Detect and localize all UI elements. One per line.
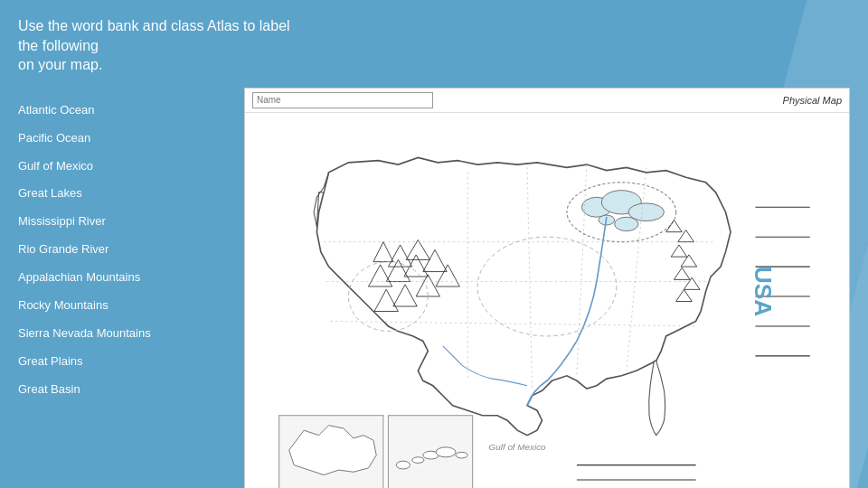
word-item-great-basin: Great Basin [18,376,235,404]
word-item-rocky-mountains: Rocky Mountains [18,292,235,320]
usa-map-svg: Gulf of Mexico [245,113,849,488]
svg-text:USA: USA [750,267,777,317]
word-item-atlantic-ocean: Atlantic Ocean [18,97,235,125]
svg-text:Gulf of Mexico: Gulf of Mexico [489,442,547,452]
map-title-label: Physical Map [783,95,842,106]
word-item-sierra-nevada-mountains: Sierra Nevada Mountains [18,320,235,348]
svg-point-46 [412,457,424,464]
word-item-great-lakes: Great Lakes [18,180,235,208]
word-item-rio-grande-river: Rio Grande River [18,236,235,264]
title-line2: on your map. [18,57,102,72]
svg-point-45 [396,461,410,469]
svg-point-4 [615,217,638,230]
word-list: Atlantic Ocean Pacific Ocean Gulf of Mex… [18,88,235,488]
name-input[interactable] [252,92,433,108]
svg-point-48 [436,447,456,457]
title-line1: Use the word bank and class Atlas to lab… [18,18,290,53]
slide-title: Use the word bank and class Atlas to lab… [18,16,298,75]
word-item-appalachian-mountains: Appalachian Mountains [18,264,235,292]
content-area: Atlantic Ocean Pacific Ocean Gulf of Mex… [18,88,850,488]
word-item-pacific-ocean: Pacific Ocean [18,125,235,153]
word-item-gulf-of-mexico: Gulf of Mexico [18,153,235,181]
svg-point-49 [456,452,467,458]
word-item-mississippi-river: Mississippi River [18,208,235,236]
map-header: Physical Map [245,89,849,113]
word-item-great-plains: Great Plains [18,348,235,376]
slide-container: Use the word bank and class Atlas to lab… [0,0,868,488]
map-body: Gulf of Mexico [245,113,849,488]
map-area: Physical Map [244,88,850,488]
